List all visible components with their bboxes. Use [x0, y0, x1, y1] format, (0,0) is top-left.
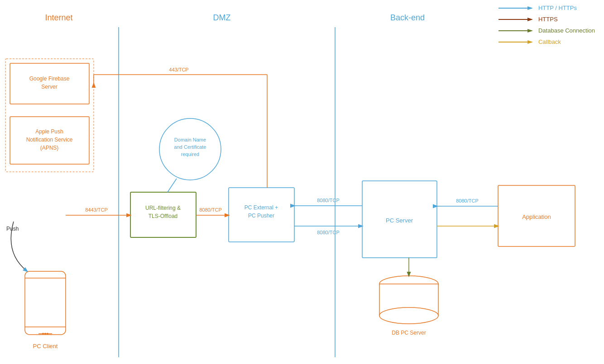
backend-label: Back-end [390, 13, 425, 22]
db-label: DB PC Server [392, 330, 426, 336]
legend-https: HTTPS [499, 16, 595, 23]
legend-http-label: HTTP / HTTPs [538, 5, 577, 11]
label-443: 443/TCP [169, 67, 188, 72]
legend-callback-arrow [499, 39, 535, 45]
google-firebase-label2: Server [41, 84, 57, 90]
legend-db-arrow [499, 28, 535, 34]
label-8080-1: 8080/TCP [199, 207, 222, 213]
phone-dot3 [47, 333, 48, 335]
legend: HTTP / HTTPs HTTPS Database Connection [499, 5, 595, 45]
legend-callback: Callback [499, 38, 595, 45]
pc-external-label2: PC Pusher [248, 213, 274, 219]
pc-client-label: PC Client [33, 343, 58, 350]
domain-label2: and Certificate [174, 144, 206, 150]
apns-label3: (APNS) [40, 145, 59, 151]
url-filtering-label2: TLS-Offload [149, 213, 177, 219]
label-8443: 8443/TCP [85, 207, 108, 213]
apns-label2: Notification Service [26, 137, 73, 143]
pc-external-label1: PC External + [244, 204, 278, 211]
label-8080-3: 8080/TCP [317, 230, 340, 235]
domain-label1: Domain Name [174, 137, 206, 142]
domain-to-url-line [168, 179, 177, 192]
legend-http-arrow [499, 5, 535, 11]
legend-db: Database Connection [499, 27, 595, 34]
legend-https-label: HTTPS [538, 16, 558, 23]
legend-db-label: Database Connection [538, 27, 595, 34]
phone-dot1 [42, 333, 44, 335]
pc-server-label: PC Server [386, 217, 413, 224]
pc-client-box [25, 271, 66, 335]
apns-label1: Apple Push [35, 128, 63, 135]
domain-label3: required [181, 151, 199, 157]
legend-callback-label: Callback [538, 38, 561, 45]
phone-dot2 [44, 333, 46, 335]
label-8080-4: 8080/TCP [456, 198, 479, 203]
legend-http: HTTP / HTTPs [499, 5, 595, 11]
legend-https-arrow [499, 16, 535, 23]
google-firebase-label: Google Firebase [29, 76, 70, 82]
label-8080-2: 8080/TCP [317, 198, 340, 203]
db-bottom-ellipse [379, 307, 438, 324]
dmz-label: DMZ [213, 13, 231, 22]
internet-label: Internet [45, 13, 72, 22]
url-filtering-label1: URL-filtering & [145, 205, 181, 211]
application-label: Application [522, 213, 551, 220]
